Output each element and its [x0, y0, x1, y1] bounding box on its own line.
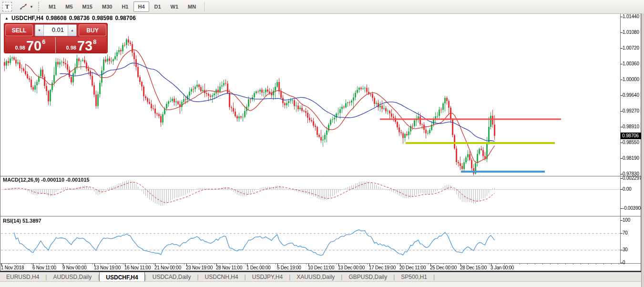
- price-axis-tick: 1.00000: [623, 77, 639, 82]
- time-axis-label: 25 Dec 00:00: [430, 265, 457, 270]
- sell-button[interactable]: SELL: [5, 24, 33, 36]
- time-axis-label: 3 Jan 00:00: [491, 265, 514, 270]
- rsi-axis-tick: 70: [623, 230, 628, 236]
- volume-stepper: ▼ 0.01 ▲: [35, 24, 77, 36]
- rsi-axis-tick: 100: [623, 217, 630, 223]
- chart-tab-gbpusd-daily[interactable]: GBPUSD,Daily: [342, 272, 393, 282]
- time-axis-label: 9 Nov 00:00: [62, 265, 87, 270]
- timeframe-button-m1[interactable]: M1: [44, 1, 60, 12]
- text-tool-button[interactable]: T: [2, 2, 12, 11]
- ohlc-close: 0.98706: [115, 15, 135, 21]
- status-bar: [0, 281, 641, 287]
- timeframe-button-m15[interactable]: M15: [78, 1, 97, 12]
- timeframe-bar: M1M5M15M30H1H4D1W1MN: [44, 0, 201, 13]
- price-axis-tick: 1.01080: [623, 30, 639, 35]
- macd-axis-tick: 0.00: [623, 186, 632, 192]
- volume-input[interactable]: 0.01: [44, 25, 68, 36]
- time-axis-label: 10 Dec 11:00: [308, 265, 334, 270]
- arrows-icon[interactable]: [19, 2, 28, 11]
- ohlc-high: 0.98736: [69, 15, 90, 21]
- macd-axis-tick: 0.002297: [623, 175, 642, 181]
- timeframe-button-m5[interactable]: M5: [61, 1, 77, 12]
- chart-tab-usdchf-h4[interactable]: USDCHF,H4: [99, 272, 144, 282]
- chart-tab-sp500-h1[interactable]: SP500,H1: [395, 272, 433, 282]
- timeframe-button-h1[interactable]: H1: [117, 1, 133, 12]
- buy-price-sup: 8: [93, 38, 96, 45]
- tab-separator: |: [433, 272, 435, 282]
- chart-tabs-bar: EURUSD,H4|AUDUSD,Daily|USDCHF,H4|USDCAD,…: [0, 272, 641, 282]
- time-axis-label: 13 Nov 19:00: [94, 265, 121, 270]
- time-axis-label: 16 Nov 11:00: [124, 265, 151, 270]
- buy-button[interactable]: BUY: [79, 24, 106, 36]
- price-axis-tick: 1.01440: [623, 14, 639, 19]
- chart-tab-usdcad-daily[interactable]: USDCAD,Daily: [146, 272, 197, 282]
- top-toolbar: T ▼ M1M5M15M30H1H4D1W1MN: [0, 0, 644, 14]
- mt4-window: T ▼ M1M5M15M30H1H4D1W1MN ▲ USDCHF,H4 0.9…: [0, 0, 644, 287]
- time-axis-label: 1 Nov 2018: [1, 265, 24, 270]
- buy-price-main: 73: [77, 40, 92, 52]
- timeframe-button-w1[interactable]: W1: [166, 1, 183, 12]
- one-click-trading-panel: SELL ▼ 0.01 ▲ BUY 0.98 70 6 0.98 73 8: [4, 23, 108, 53]
- time-axis-label: 1 Dec 00:00: [246, 265, 271, 270]
- price-axis-tick: 1.00720: [623, 45, 639, 51]
- time-axis-label: 5 Dec 19:00: [277, 265, 301, 270]
- price-axis-tick: 0.99270: [623, 108, 639, 113]
- price-axis-tick: 0.98190: [623, 155, 639, 161]
- volume-increase-button[interactable]: ▲: [68, 25, 76, 36]
- toolbar-separator: [204, 2, 205, 11]
- macd-label: MACD(12,26,9) -0.000110 -0.001015: [3, 177, 90, 183]
- ohlc-open: 0.98608: [46, 15, 66, 21]
- right-gutter: [641, 13, 644, 287]
- time-axis-label: 28 Nov 11:00: [216, 265, 242, 270]
- chart-info-line: ▲ USDCHF,H4 0.98608 0.98736 0.98598 0.98…: [5, 15, 138, 21]
- chart-tab-usdcnh-h4[interactable]: USDCNH,H4: [199, 272, 245, 282]
- timeframe-button-mn[interactable]: MN: [184, 1, 200, 12]
- sell-price-display[interactable]: 0.98 70 6: [5, 37, 56, 53]
- timeframe-button-h4[interactable]: H4: [133, 1, 149, 12]
- toolbar-grip: [38, 2, 41, 11]
- collapse-arrow-icon[interactable]: ▲: [5, 16, 9, 20]
- chart-tab-audusd-daily[interactable]: AUDUSD,Daily: [47, 272, 98, 282]
- rsi-axis-tick: 0: [623, 260, 625, 265]
- sell-price-prefix: 0.98: [15, 45, 25, 51]
- buy-price-display[interactable]: 0.98 73 8: [56, 37, 106, 53]
- rsi-axis-tick: 30: [623, 247, 628, 252]
- time-axis-label: 23 Nov 19:00: [186, 265, 213, 270]
- time-axis-label: 28 Dec 15:00: [460, 265, 487, 270]
- ohlc-low: 0.98598: [92, 15, 112, 21]
- sell-price-main: 70: [26, 40, 41, 52]
- price-axis-tick: 0.99640: [623, 92, 639, 98]
- price-axis-tick: 0.98550: [623, 140, 639, 145]
- chart-tab-usdjpy-h4[interactable]: USDJPY,H4: [246, 272, 289, 282]
- chart-symbol: USDCHF,H4: [11, 15, 43, 21]
- time-axis-label: 6 Nov 11:00: [32, 265, 56, 270]
- macd-axis-tick: -0.003904: [623, 205, 643, 211]
- current-price-badge: 0.98706: [621, 133, 643, 139]
- chevron-down-icon[interactable]: ▼: [30, 5, 34, 9]
- time-axis-label: 17 Dec 19:00: [369, 265, 396, 270]
- timeframe-button-d1[interactable]: D1: [150, 1, 165, 12]
- timeframe-button-m30[interactable]: M30: [98, 1, 116, 12]
- volume-decrease-button[interactable]: ▼: [35, 25, 44, 36]
- price-axis-tick: 0.98910: [623, 124, 639, 129]
- time-axis-label: 21 Nov 00:00: [154, 265, 181, 270]
- buy-price-prefix: 0.98: [66, 45, 76, 51]
- price-axis-tick: 1.00360: [623, 61, 639, 66]
- rsi-label: RSI(14) 51.3897: [3, 218, 41, 224]
- chart-tab-eurusd-h4[interactable]: EURUSD,H4: [0, 272, 45, 282]
- sell-price-sup: 6: [42, 38, 45, 45]
- chart-tab-xauusd-daily[interactable]: XAUUSD,Daily: [290, 272, 341, 282]
- time-axis-label: 13 Dec 00:00: [338, 265, 365, 270]
- time-axis-label: 20 Dec 11:00: [399, 265, 426, 270]
